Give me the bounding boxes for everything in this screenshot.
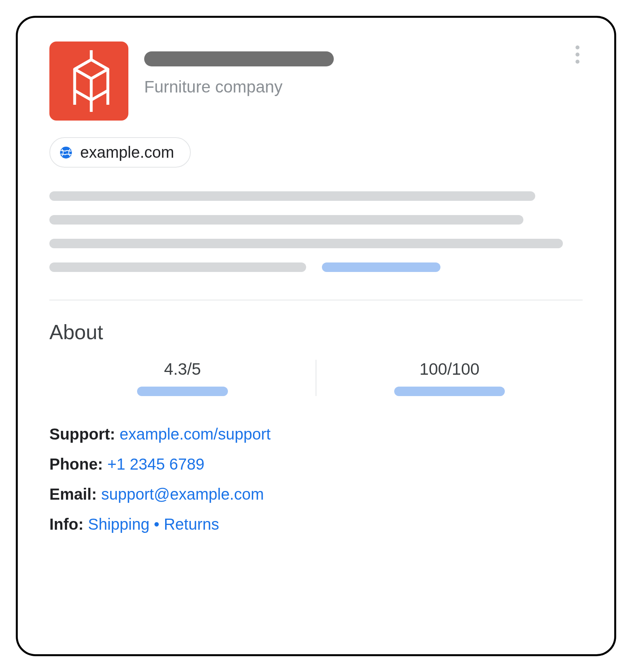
snippet-line-placeholder xyxy=(49,262,306,272)
support-row: Support: example.com/support xyxy=(49,420,583,448)
returns-link[interactable]: Returns xyxy=(164,515,219,533)
company-logo xyxy=(49,42,128,121)
score-metric: 100/100 xyxy=(316,360,583,396)
globe-icon xyxy=(59,145,73,160)
panel-header: Furniture company xyxy=(49,42,583,121)
score-label-placeholder[interactable] xyxy=(394,387,505,396)
support-label: Support: xyxy=(49,425,120,443)
support-link[interactable]: example.com/support xyxy=(120,425,271,443)
chair-icon xyxy=(65,49,113,113)
about-heading: About xyxy=(49,320,583,344)
section-divider xyxy=(49,300,583,300)
company-category: Furniture company xyxy=(144,77,334,96)
contact-block: Support: example.com/support Phone: +1 2… xyxy=(49,420,583,538)
header-text-block: Furniture company xyxy=(144,42,334,96)
metrics-row: 4.3/5 100/100 xyxy=(49,360,583,396)
rating-label-placeholder[interactable] xyxy=(137,387,228,396)
email-label: Email: xyxy=(49,485,101,503)
knowledge-panel-card: Furniture company example.com About 4 xyxy=(16,16,616,656)
description-snippet xyxy=(49,191,583,272)
snippet-link-placeholder[interactable] xyxy=(322,262,440,272)
info-row: Info: Shipping • Returns xyxy=(49,510,583,538)
shipping-link[interactable]: Shipping xyxy=(88,515,150,533)
website-chip-label: example.com xyxy=(80,143,174,161)
info-separator: • xyxy=(149,515,164,533)
rating-value: 4.3/5 xyxy=(164,360,201,379)
phone-row: Phone: +1 2345 6789 xyxy=(49,450,583,478)
company-name-placeholder xyxy=(144,51,334,66)
overflow-dot-icon xyxy=(576,60,579,64)
snippet-line-placeholder xyxy=(49,215,523,225)
svg-point-0 xyxy=(60,147,72,159)
snippet-line-placeholder xyxy=(49,239,563,248)
rating-metric: 4.3/5 xyxy=(49,360,316,396)
overflow-dot-icon xyxy=(576,45,579,49)
phone-link[interactable]: +1 2345 6789 xyxy=(107,455,205,473)
email-link[interactable]: support@example.com xyxy=(101,485,264,503)
website-chip[interactable]: example.com xyxy=(49,137,191,168)
score-value: 100/100 xyxy=(419,360,480,379)
snippet-line-placeholder xyxy=(49,191,535,201)
overflow-menu-button[interactable] xyxy=(572,42,583,68)
info-label: Info: xyxy=(49,515,88,533)
overflow-dot-icon xyxy=(576,53,579,57)
email-row: Email: support@example.com xyxy=(49,480,583,508)
phone-label: Phone: xyxy=(49,455,107,473)
